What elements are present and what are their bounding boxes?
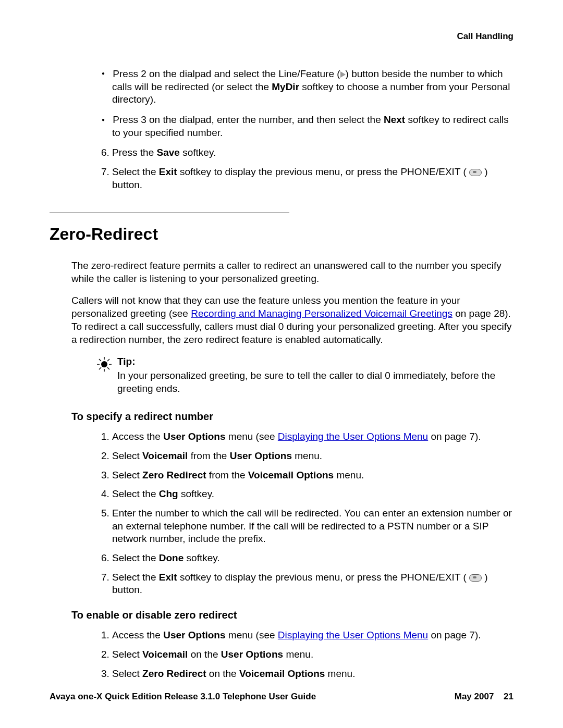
bold-text: Next xyxy=(384,114,405,125)
list-item: Select Zero Redirect from the Voicemail … xyxy=(112,469,513,482)
footer-right: May 2007 21 xyxy=(455,692,513,702)
text: from the xyxy=(206,470,248,480)
page-content: Press 2 on the dialpad and select the Li… xyxy=(50,68,513,680)
bold-text: Exit xyxy=(159,166,177,177)
tip-label: Tip: xyxy=(117,355,513,368)
enable-disable-steps: Access the User Options menu (see Displa… xyxy=(50,629,513,680)
list-item: Select the Exit softkey to display the p… xyxy=(112,571,513,597)
text: Press the xyxy=(112,147,157,158)
list-item: Access the User Options menu (see Displa… xyxy=(112,430,513,443)
text: Press 2 on the dialpad and select the Li… xyxy=(113,68,340,79)
bold-text: Exit xyxy=(159,572,177,583)
link-personalized-greetings[interactable]: Recording and Managing Personalized Voic… xyxy=(191,308,452,319)
tip-callout: Tip: In your personalized greeting, be s… xyxy=(50,355,513,395)
text: softkey to display the previous menu, or… xyxy=(177,572,469,583)
list-item: Access the User Options menu (see Displa… xyxy=(112,629,513,642)
bold-text: Voicemail xyxy=(142,450,188,461)
top-bullet-list: Press 2 on the dialpad and select the Li… xyxy=(50,68,513,139)
list-item: Enter the number to which the call will … xyxy=(112,507,513,546)
text: menu (see xyxy=(226,431,278,442)
bold-text: Voicemail Options xyxy=(248,470,334,480)
section-divider xyxy=(50,213,289,213)
tip-text: In your personalized greeting, be sure t… xyxy=(117,370,495,394)
list-item: Press 3 on the dialpad, enter the number… xyxy=(112,114,513,139)
phone-exit-icon xyxy=(469,169,482,176)
text: menu (see xyxy=(226,630,278,640)
bold-text: Zero Redirect xyxy=(142,470,206,480)
lightbulb-icon xyxy=(96,356,112,372)
bold-text: Zero Redirect xyxy=(142,668,206,679)
link-user-options-menu[interactable]: Displaying the User Options Menu xyxy=(278,630,428,640)
page-footer: Avaya one-X Quick Edition Release 3.1.0 … xyxy=(50,692,513,702)
bold-text: User Options xyxy=(163,630,225,640)
svg-line-8 xyxy=(99,367,101,369)
text: menu. xyxy=(325,668,355,679)
text: on page 7). xyxy=(428,431,481,442)
paragraph: Callers will not know that they can use … xyxy=(50,294,513,346)
text: Select the xyxy=(112,488,159,499)
subheading: To specify a redirect number xyxy=(71,410,513,423)
svg-line-7 xyxy=(107,359,109,361)
subheading: To enable or disable zero redirect xyxy=(71,608,513,622)
bold-text: Save xyxy=(157,147,180,158)
text: on the xyxy=(188,649,221,660)
page-number: 21 xyxy=(504,692,513,701)
text: menu. xyxy=(334,470,364,480)
bold-text: Voicemail Options xyxy=(239,668,325,679)
bold-text: Chg xyxy=(159,488,178,499)
bold-text: User Options xyxy=(163,431,225,442)
text: on the xyxy=(206,668,239,679)
line-feature-icon xyxy=(340,71,346,78)
svg-point-0 xyxy=(101,361,107,367)
text: Access the xyxy=(112,630,163,640)
text: Select the xyxy=(112,572,159,583)
list-item: Select the Done softkey. xyxy=(112,552,513,565)
header-section-title: Call Handling xyxy=(457,31,513,41)
bold-text: Done xyxy=(159,552,184,563)
list-item: Select Voicemail from the User Options m… xyxy=(112,450,513,463)
list-item: Select the Chg softkey. xyxy=(112,488,513,501)
text: softkey. xyxy=(178,488,214,499)
top-steps-continued: Press the Save softkey. Select the Exit … xyxy=(50,146,513,191)
text: on page 7). xyxy=(428,630,481,640)
svg-line-6 xyxy=(107,367,109,369)
list-item: Press the Save softkey. xyxy=(112,146,513,159)
text: Select the xyxy=(112,166,159,177)
text: softkey. xyxy=(183,552,219,563)
running-header: Call Handling xyxy=(50,31,513,42)
phone-exit-icon xyxy=(469,574,482,582)
text: softkey to display the previous menu, or… xyxy=(177,166,469,177)
text: Select xyxy=(112,668,142,679)
bold-text: MyDir xyxy=(272,81,299,92)
list-item: Press 2 on the dialpad and select the Li… xyxy=(112,68,513,106)
list-item: Select the Exit softkey to display the p… xyxy=(112,166,513,191)
tip-body: Tip: In your personalized greeting, be s… xyxy=(117,355,513,395)
svg-line-5 xyxy=(99,359,101,361)
text: Select xyxy=(112,470,142,480)
bold-text: User Options xyxy=(230,450,292,461)
list-item: Select Zero Redirect on the Voicemail Op… xyxy=(112,668,513,681)
footer-guide-title: Avaya one-X Quick Edition Release 3.1.0 … xyxy=(50,692,316,702)
section-heading: Zero-Redirect xyxy=(50,224,513,245)
bold-text: User Options xyxy=(221,649,283,660)
text: Select xyxy=(112,649,142,660)
text: Access the xyxy=(112,431,163,442)
paragraph: The zero-redirect feature permits a call… xyxy=(50,260,513,285)
text: menu. xyxy=(292,450,322,461)
list-item: Select Voicemail on the User Options men… xyxy=(112,648,513,661)
bold-text: Voicemail xyxy=(142,649,188,660)
text: Press 3 on the dialpad, enter the number… xyxy=(113,114,384,125)
text: Select xyxy=(112,450,142,461)
footer-date: May 2007 xyxy=(455,692,494,701)
text: Select the xyxy=(112,552,159,563)
link-user-options-menu[interactable]: Displaying the User Options Menu xyxy=(278,431,428,442)
text: softkey. xyxy=(180,147,216,158)
document-page: Call Handling Press 2 on the dialpad and… xyxy=(0,0,563,728)
text: from the xyxy=(188,450,229,461)
text: menu. xyxy=(283,649,313,660)
specify-redirect-steps: Access the User Options menu (see Displa… xyxy=(50,430,513,597)
